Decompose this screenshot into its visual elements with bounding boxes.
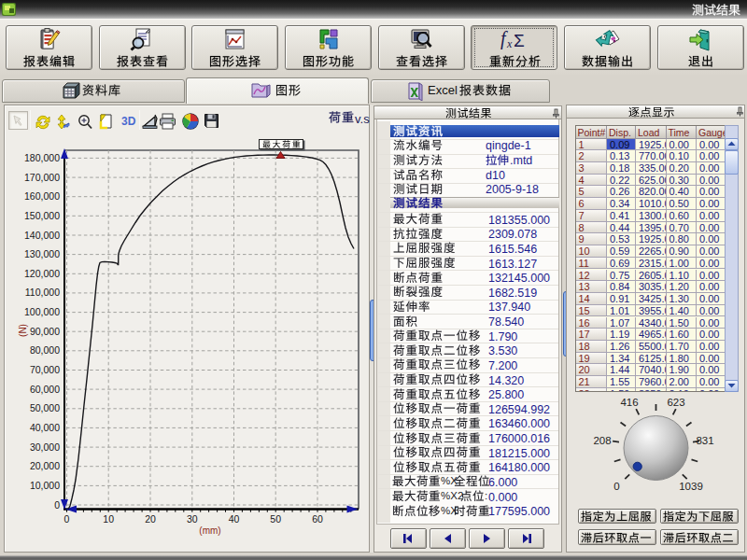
svg-text:0: 0 <box>64 513 70 525</box>
svg-text:40,000: 40,000 <box>30 422 60 433</box>
svg-text:0: 0 <box>54 499 60 511</box>
svg-text:70,000: 70,000 <box>30 364 60 375</box>
svg-text:50,000: 50,000 <box>30 402 60 413</box>
svg-text:50: 50 <box>270 513 281 525</box>
svg-text:20: 20 <box>145 513 156 525</box>
svg-text:(mm): (mm) <box>199 525 220 536</box>
svg-text:60,000: 60,000 <box>30 384 60 395</box>
svg-text:40: 40 <box>229 513 240 525</box>
svg-text:20,000: 20,000 <box>30 460 60 471</box>
svg-text:140,000: 140,000 <box>24 230 60 241</box>
svg-text:150,000: 150,000 <box>24 210 60 221</box>
svg-text:10,000: 10,000 <box>30 480 60 491</box>
svg-text:30,000: 30,000 <box>30 441 60 453</box>
svg-text:110,000: 110,000 <box>25 287 60 298</box>
svg-text:120,000: 120,000 <box>24 268 60 279</box>
svg-text:10: 10 <box>103 513 114 525</box>
svg-text:80,000: 80,000 <box>30 344 60 356</box>
svg-text:90,000: 90,000 <box>30 326 60 337</box>
svg-text:180,000: 180,000 <box>24 152 60 163</box>
svg-text:30: 30 <box>187 513 198 525</box>
svg-text:(N): (N) <box>18 324 28 337</box>
svg-text:60: 60 <box>312 513 323 525</box>
svg-text:130,000: 130,000 <box>24 248 60 259</box>
svg-text:160,000: 160,000 <box>24 190 60 202</box>
svg-text:100,000: 100,000 <box>24 306 60 317</box>
svg-text:170,000: 170,000 <box>24 172 60 183</box>
